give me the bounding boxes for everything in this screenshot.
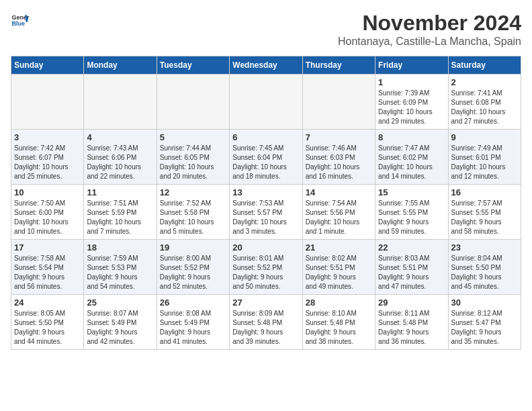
day-info: Sunrise: 7:41 AM Sunset: 6:08 PM Dayligh…	[451, 89, 518, 126]
calendar-cell: 2Sunrise: 7:41 AM Sunset: 6:08 PM Daylig…	[448, 75, 521, 130]
day-info: Sunrise: 7:59 AM Sunset: 5:53 PM Dayligh…	[87, 254, 153, 291]
calendar-cell: 7Sunrise: 7:46 AM Sunset: 6:03 PM Daylig…	[302, 130, 375, 185]
day-number: 17	[14, 242, 81, 253]
day-info: Sunrise: 7:43 AM Sunset: 6:06 PM Dayligh…	[87, 144, 153, 181]
day-number: 18	[87, 242, 153, 253]
calendar-cell: 23Sunrise: 8:04 AM Sunset: 5:50 PM Dayli…	[448, 240, 521, 295]
day-number: 22	[378, 242, 445, 253]
calendar-week-2: 3Sunrise: 7:42 AM Sunset: 6:07 PM Daylig…	[11, 130, 521, 185]
day-number: 24	[14, 298, 81, 308]
month-title: November 2024	[338, 11, 521, 36]
day-number: 10	[14, 187, 81, 197]
day-info: Sunrise: 7:57 AM Sunset: 5:55 PM Dayligh…	[451, 199, 518, 236]
header-row: Sunday Monday Tuesday Wednesday Thursday…	[11, 56, 521, 75]
calendar-cell	[230, 75, 302, 130]
day-number: 11	[87, 187, 153, 197]
day-number: 8	[378, 132, 445, 142]
calendar-cell: 9Sunrise: 7:49 AM Sunset: 6:01 PM Daylig…	[448, 130, 521, 185]
title-section: November 2024 Hontanaya, Castille-La Man…	[338, 11, 521, 48]
day-number: 25	[87, 298, 153, 308]
day-info: Sunrise: 8:10 AM Sunset: 5:48 PM Dayligh…	[306, 309, 372, 347]
logo-icon: General Blue	[11, 11, 30, 30]
day-number: 26	[160, 298, 226, 308]
calendar-cell: 22Sunrise: 8:03 AM Sunset: 5:51 PM Dayli…	[375, 240, 448, 295]
calendar-cell: 25Sunrise: 8:07 AM Sunset: 5:49 PM Dayli…	[84, 295, 157, 350]
day-number: 23	[451, 242, 518, 253]
day-number: 15	[378, 187, 445, 197]
calendar-cell	[84, 75, 157, 130]
day-info: Sunrise: 8:11 AM Sunset: 5:48 PM Dayligh…	[378, 309, 445, 347]
day-info: Sunrise: 8:09 AM Sunset: 5:48 PM Dayligh…	[232, 309, 299, 347]
calendar-week-4: 17Sunrise: 7:58 AM Sunset: 5:54 PM Dayli…	[11, 240, 521, 295]
calendar-cell: 17Sunrise: 7:58 AM Sunset: 5:54 PM Dayli…	[11, 240, 84, 295]
col-saturday: Saturday	[448, 56, 521, 75]
calendar-cell: 30Sunrise: 8:12 AM Sunset: 5:47 PM Dayli…	[448, 295, 521, 350]
calendar-cell: 12Sunrise: 7:52 AM Sunset: 5:58 PM Dayli…	[157, 185, 229, 240]
calendar-cell: 21Sunrise: 8:02 AM Sunset: 5:51 PM Dayli…	[302, 240, 375, 295]
calendar-cell: 24Sunrise: 8:05 AM Sunset: 5:50 PM Dayli…	[11, 295, 84, 350]
calendar-cell: 27Sunrise: 8:09 AM Sunset: 5:48 PM Dayli…	[230, 295, 302, 350]
day-info: Sunrise: 7:49 AM Sunset: 6:01 PM Dayligh…	[451, 144, 518, 181]
day-info: Sunrise: 8:04 AM Sunset: 5:50 PM Dayligh…	[451, 254, 518, 291]
calendar-cell: 10Sunrise: 7:50 AM Sunset: 6:00 PM Dayli…	[11, 185, 84, 240]
day-number: 21	[306, 242, 372, 253]
calendar-cell: 6Sunrise: 7:45 AM Sunset: 6:04 PM Daylig…	[230, 130, 302, 185]
day-number: 27	[232, 298, 299, 308]
col-thursday: Thursday	[302, 56, 375, 75]
day-number: 4	[87, 132, 153, 142]
day-number: 7	[306, 132, 372, 142]
day-info: Sunrise: 7:44 AM Sunset: 6:05 PM Dayligh…	[160, 144, 226, 181]
calendar-cell: 11Sunrise: 7:51 AM Sunset: 5:59 PM Dayli…	[84, 185, 157, 240]
calendar-cell	[157, 75, 229, 130]
day-info: Sunrise: 7:45 AM Sunset: 6:04 PM Dayligh…	[232, 144, 299, 181]
calendar-cell	[302, 75, 375, 130]
calendar-cell: 5Sunrise: 7:44 AM Sunset: 6:05 PM Daylig…	[157, 130, 229, 185]
day-info: Sunrise: 7:39 AM Sunset: 6:09 PM Dayligh…	[378, 89, 445, 126]
calendar-cell: 18Sunrise: 7:59 AM Sunset: 5:53 PM Dayli…	[84, 240, 157, 295]
day-info: Sunrise: 8:00 AM Sunset: 5:52 PM Dayligh…	[160, 254, 226, 291]
calendar-week-5: 24Sunrise: 8:05 AM Sunset: 5:50 PM Dayli…	[11, 295, 521, 350]
day-info: Sunrise: 7:55 AM Sunset: 5:55 PM Dayligh…	[378, 199, 445, 236]
col-sunday: Sunday	[11, 56, 84, 75]
day-info: Sunrise: 8:12 AM Sunset: 5:47 PM Dayligh…	[451, 309, 518, 347]
day-number: 2	[451, 77, 518, 87]
calendar-cell: 15Sunrise: 7:55 AM Sunset: 5:55 PM Dayli…	[375, 185, 448, 240]
day-info: Sunrise: 7:47 AM Sunset: 6:02 PM Dayligh…	[378, 144, 445, 181]
day-number: 5	[160, 132, 226, 142]
day-number: 14	[306, 187, 372, 197]
day-info: Sunrise: 7:54 AM Sunset: 5:56 PM Dayligh…	[306, 199, 372, 236]
day-number: 29	[378, 298, 445, 308]
day-number: 6	[232, 132, 299, 142]
day-info: Sunrise: 7:46 AM Sunset: 6:03 PM Dayligh…	[306, 144, 372, 181]
logo: General Blue	[11, 11, 30, 30]
calendar-cell: 3Sunrise: 7:42 AM Sunset: 6:07 PM Daylig…	[11, 130, 84, 185]
day-number: 9	[451, 132, 518, 142]
col-monday: Monday	[84, 56, 157, 75]
calendar-week-1: 1Sunrise: 7:39 AM Sunset: 6:09 PM Daylig…	[11, 75, 521, 130]
day-number: 3	[14, 132, 81, 142]
day-info: Sunrise: 8:07 AM Sunset: 5:49 PM Dayligh…	[87, 309, 153, 347]
calendar-cell: 13Sunrise: 7:53 AM Sunset: 5:57 PM Dayli…	[230, 185, 302, 240]
day-info: Sunrise: 7:58 AM Sunset: 5:54 PM Dayligh…	[14, 254, 81, 291]
day-number: 12	[160, 187, 226, 197]
day-info: Sunrise: 8:03 AM Sunset: 5:51 PM Dayligh…	[378, 254, 445, 291]
day-number: 13	[232, 187, 299, 197]
page-header: General Blue November 2024 Hontanaya, Ca…	[11, 11, 521, 48]
calendar-cell: 8Sunrise: 7:47 AM Sunset: 6:02 PM Daylig…	[375, 130, 448, 185]
day-number: 1	[378, 77, 445, 87]
day-number: 30	[451, 298, 518, 308]
calendar-cell: 29Sunrise: 8:11 AM Sunset: 5:48 PM Dayli…	[375, 295, 448, 350]
day-number: 28	[306, 298, 372, 308]
calendar-cell: 26Sunrise: 8:08 AM Sunset: 5:49 PM Dayli…	[157, 295, 229, 350]
day-info: Sunrise: 8:08 AM Sunset: 5:49 PM Dayligh…	[160, 309, 226, 347]
calendar-cell	[11, 75, 84, 130]
day-info: Sunrise: 7:52 AM Sunset: 5:58 PM Dayligh…	[160, 199, 226, 236]
calendar-header: Sunday Monday Tuesday Wednesday Thursday…	[11, 56, 521, 75]
calendar-cell: 28Sunrise: 8:10 AM Sunset: 5:48 PM Dayli…	[302, 295, 375, 350]
day-number: 19	[160, 242, 226, 253]
day-number: 16	[451, 187, 518, 197]
col-friday: Friday	[375, 56, 448, 75]
calendar-cell: 19Sunrise: 8:00 AM Sunset: 5:52 PM Dayli…	[157, 240, 229, 295]
day-info: Sunrise: 7:53 AM Sunset: 5:57 PM Dayligh…	[232, 199, 299, 236]
calendar-cell: 4Sunrise: 7:43 AM Sunset: 6:06 PM Daylig…	[84, 130, 157, 185]
